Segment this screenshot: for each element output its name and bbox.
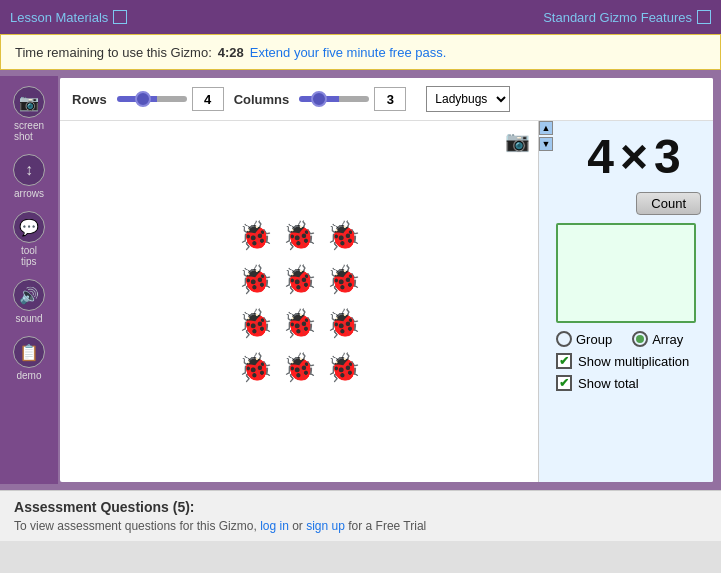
ladybug-cell: 🐞 [323, 216, 363, 256]
timer-bar: Time remaining to use this Gizmo: 4:28 E… [0, 34, 721, 70]
arrows-label: arrows [14, 188, 44, 199]
ladybug-cell: 🐞 [279, 348, 319, 388]
scroll-down-arrow[interactable]: ▼ [539, 137, 553, 151]
main-area: 📷 screenshot ↕ arrows 💬 tooltips 🔊 sound… [0, 70, 721, 490]
ladybug-cell: 🐞 [279, 260, 319, 300]
suffix-text: for a Free Trial [348, 519, 426, 533]
timer-value: 4:28 [218, 45, 244, 60]
show-multiplication-row: ✔ Show multiplication [556, 353, 696, 369]
right-panel: ▲ ▼ 4 × 3 Count Group [538, 121, 713, 482]
show-total-checkbox[interactable]: ✔ [556, 375, 572, 391]
group-radio[interactable] [556, 331, 572, 347]
options-section: Group Array ✔ Show multiplication ✔ Show [556, 331, 696, 391]
columns-slider-container: 3 [299, 87, 406, 111]
tooltips-icon: 💬 [13, 211, 45, 243]
ladybug-cell: 🐞 [279, 216, 319, 256]
mult-left: 4 [587, 129, 614, 184]
grid-area: 📷 🐞 🐞 🐞 🐞 🐞 🐞 🐞 🐞 🐞 🐞 🐞 🐞 [60, 121, 538, 482]
sound-label: sound [15, 313, 42, 324]
sidebar-item-tooltips[interactable]: 💬 tooltips [4, 207, 54, 271]
scroll-up-arrow[interactable]: ▲ [539, 121, 553, 135]
count-button[interactable]: Count [636, 192, 701, 215]
sidebar-item-sound[interactable]: 🔊 sound [4, 275, 54, 328]
controls-row: Rows 4 Columns 3 Ladybugs Bees Butterfli… [60, 78, 713, 121]
extend-link[interactable]: Extend your five minute free pass. [250, 45, 447, 60]
mult-right: 3 [654, 129, 681, 184]
ladybug-cell: 🐞 [235, 216, 275, 256]
count-result-box [556, 223, 696, 323]
array-label: Array [652, 332, 683, 347]
rows-label: Rows [72, 92, 107, 107]
arrows-icon: ↕ [13, 154, 45, 186]
lesson-materials-link[interactable]: Lesson Materials [10, 10, 127, 25]
array-radio[interactable] [632, 331, 648, 347]
ladybug-cell: 🐞 [279, 304, 319, 344]
screenshot-label: screenshot [14, 120, 44, 142]
rows-slider[interactable] [117, 96, 187, 102]
ladybug-cell: 🐞 [235, 348, 275, 388]
bottom-section: Assessment Questions (5): To view assess… [0, 490, 721, 541]
columns-value: 3 [374, 87, 406, 111]
login-link[interactable]: log in [260, 519, 289, 533]
columns-label: Columns [234, 92, 290, 107]
timer-label: Time remaining to use this Gizmo: [15, 45, 212, 60]
ladybug-cell: 🐞 [235, 260, 275, 300]
gizmo-features-icon [697, 10, 711, 24]
rows-slider-container: 4 [117, 87, 224, 111]
standard-gizmo-features-link[interactable]: Standard Gizmo Features [543, 10, 711, 25]
screenshot-icon: 📷 [13, 86, 45, 118]
sidebar: 📷 screenshot ↕ arrows 💬 tooltips 🔊 sound… [0, 76, 58, 484]
sound-icon: 🔊 [13, 279, 45, 311]
sidebar-item-arrows[interactable]: ↕ arrows [4, 150, 54, 203]
ladybug-cell: 🐞 [323, 260, 363, 300]
show-multiplication-checkbox[interactable]: ✔ [556, 353, 572, 369]
mult-operator: × [620, 129, 648, 184]
lesson-materials-icon [113, 10, 127, 24]
lesson-materials-label: Lesson Materials [10, 10, 108, 25]
demo-icon: 📋 [13, 336, 45, 368]
gizmo-area: Rows 4 Columns 3 Ladybugs Bees Butterfli… [58, 76, 715, 484]
show-total-label: Show total [578, 376, 639, 391]
standard-gizmo-features-label: Standard Gizmo Features [543, 10, 692, 25]
or-text: or [292, 519, 303, 533]
show-total-row: ✔ Show total [556, 375, 696, 391]
content-row: 📷 🐞 🐞 🐞 🐞 🐞 🐞 🐞 🐞 🐞 🐞 🐞 🐞 [60, 121, 713, 482]
multiplication-display: 4 × 3 [571, 129, 680, 184]
rows-value: 4 [192, 87, 224, 111]
ladybug-select[interactable]: Ladybugs Bees Butterflies Frogs [426, 86, 510, 112]
sidebar-item-demo[interactable]: 📋 demo [4, 332, 54, 385]
assessment-title: Assessment Questions (5): [14, 499, 707, 515]
ladybug-grid: 🐞 🐞 🐞 🐞 🐞 🐞 🐞 🐞 🐞 🐞 🐞 🐞 [235, 216, 363, 388]
sidebar-item-screenshot[interactable]: 📷 screenshot [4, 82, 54, 146]
assessment-desc: To view assessment questions for this Gi… [14, 519, 707, 533]
ladybug-cell: 🐞 [323, 348, 363, 388]
top-bar: Lesson Materials Standard Gizmo Features [0, 0, 721, 34]
assessment-title-text: ssessment Questions (5): [24, 499, 194, 515]
tooltips-label: tooltips [21, 245, 37, 267]
group-label: Group [576, 332, 612, 347]
radio-row: Group Array [556, 331, 696, 347]
assessment-desc-text: view assessment questions for this Gizmo… [30, 519, 257, 533]
columns-slider[interactable] [299, 96, 369, 102]
scroll-arrows: ▲ ▼ [539, 121, 553, 151]
ladybug-cell: 🐞 [323, 304, 363, 344]
ladybug-cell: 🐞 [235, 304, 275, 344]
show-multiplication-label: Show multiplication [578, 354, 689, 369]
group-radio-option[interactable]: Group [556, 331, 612, 347]
array-radio-option[interactable]: Array [632, 331, 683, 347]
signup-link[interactable]: sign up [306, 519, 345, 533]
demo-label: demo [16, 370, 41, 381]
camera-icon[interactable]: 📷 [505, 129, 530, 153]
